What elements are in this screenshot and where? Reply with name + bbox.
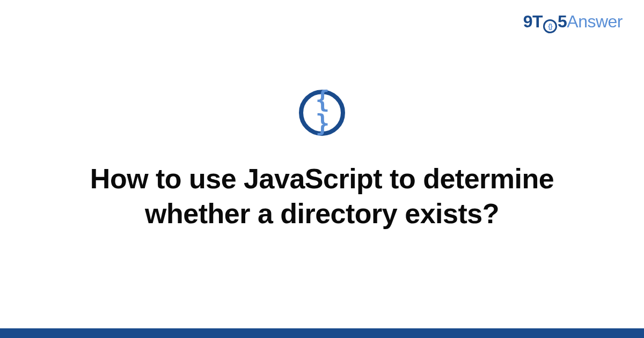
main-content: { } How to use JavaScript to determine w… [0, 90, 644, 231]
footer-accent-bar [0, 328, 644, 338]
category-badge-icon: { } [299, 90, 345, 136]
logo-prefix: 9T [523, 12, 543, 31]
logo-braces-icon [543, 19, 557, 33]
logo-suffix: Answer [567, 12, 623, 31]
site-logo: 9T5Answer [523, 12, 623, 33]
logo-middle: 5 [558, 12, 567, 31]
braces-icon: { } [303, 88, 341, 135]
page-title: How to use JavaScript to determine wheth… [70, 161, 574, 231]
